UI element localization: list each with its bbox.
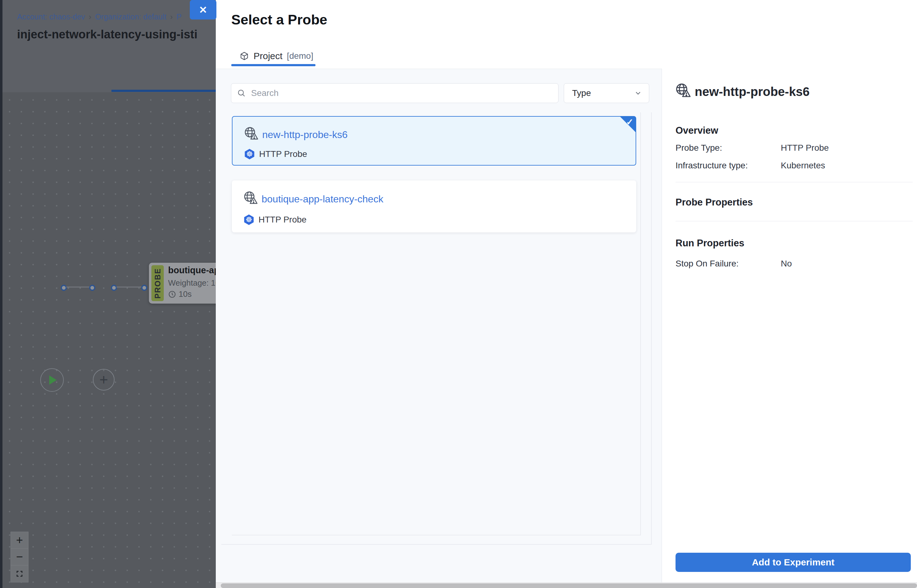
- stop-on-failure-value: No: [781, 259, 792, 269]
- probe-node-name: boutique-ap: [168, 265, 216, 275]
- select-probe-modal: ✕ Select a Probe Project [demo] Type: [216, 0, 917, 588]
- fit-to-screen-button[interactable]: [11, 565, 28, 582]
- breadcrumb-separator-icon: ›: [167, 12, 176, 21]
- background-app: Account: chaos-dev›Organization: default…: [0, 0, 216, 588]
- infrastructure-type-value: Kubernetes: [781, 161, 825, 171]
- experiment-tabbar: Overview › Experiment Builder: [0, 58, 216, 93]
- infrastructure-type-label: Infrastructure type:: [676, 161, 748, 171]
- breadcrumb-project-truncated[interactable]: P: [176, 12, 182, 21]
- zoom-out-button[interactable]: −: [11, 549, 28, 565]
- kubernetes-icon: ☸: [244, 215, 254, 225]
- horizontal-scrollbar: [216, 582, 917, 588]
- breadcrumb-account[interactable]: Account: chaos-dev: [17, 12, 85, 21]
- select-probe-screen: Account: chaos-dev›Organization: default…: [0, 0, 917, 588]
- probe-name-link[interactable]: boutique-app-latency-check: [262, 194, 383, 205]
- nav-edge-strip: [0, 0, 2, 588]
- probe-node-card[interactable]: PROBE boutique-ap Weightage: 10 10s: [149, 263, 216, 304]
- play-icon: [49, 375, 57, 384]
- connector-dot: [111, 285, 117, 291]
- add-step-button[interactable]: +: [93, 369, 115, 391]
- tab-project-scope[interactable]: Project [demo]: [231, 47, 321, 66]
- breadcrumb-separator-icon: ›: [85, 12, 95, 21]
- probe-type-label: HTTP Probe: [259, 149, 307, 159]
- add-to-experiment-button[interactable]: Add to Experiment: [676, 553, 911, 572]
- close-button[interactable]: ✕: [190, 0, 217, 19]
- chevron-down-icon: [634, 89, 642, 97]
- search-box: [231, 83, 558, 103]
- modal-title: Select a Probe: [231, 12, 327, 28]
- probe-type-row: ☸ HTTP Probe: [244, 215, 306, 225]
- run-properties-heading: Run Properties: [676, 237, 744, 249]
- project-tab-scope: [demo]: [287, 51, 313, 61]
- probe-list-pane: Type ✓ new-http-probe-ks6 ☸ HTTP: [216, 69, 661, 582]
- active-tab-underline: [112, 90, 216, 92]
- probe-node-duration: 10s: [168, 289, 192, 299]
- horizontal-scrollbar-thumb[interactable]: [221, 583, 917, 588]
- probe-name-link[interactable]: new-http-probe-ks6: [262, 129, 348, 141]
- pipeline-canvas[interactable]: + PROBE boutique-ap Weightage: 10 10s +: [0, 92, 216, 588]
- stop-on-failure-label: Stop On Failure:: [676, 259, 739, 269]
- probe-type-row: ☸ HTTP Probe: [244, 149, 307, 159]
- http-probe-icon: [243, 190, 258, 205]
- project-tab-underline: [231, 64, 315, 66]
- fullscreen-icon: [16, 570, 23, 577]
- probe-card[interactable]: boutique-app-latency-check ☸ HTTP Probe: [232, 181, 636, 233]
- breadcrumb-organization[interactable]: Organization: default: [95, 12, 167, 21]
- probe-type-label: Probe Type:: [676, 143, 722, 153]
- search-icon: [237, 89, 246, 98]
- list-bottom-edge: [232, 535, 641, 535]
- search-input[interactable]: [251, 88, 530, 99]
- http-probe-icon: [675, 82, 691, 99]
- divider: [676, 221, 913, 221]
- http-probe-icon: [244, 126, 259, 141]
- details-probe-name: new-http-probe-ks6: [695, 85, 810, 99]
- connector-line: [116, 287, 143, 288]
- probe-node-weightage: Weightage: 10: [168, 278, 216, 288]
- app-header: Account: chaos-dev›Organization: default…: [0, 0, 216, 58]
- probe-node-tag: PROBE: [151, 265, 164, 301]
- list-footer-edge: [222, 544, 652, 545]
- connector-dot: [89, 285, 95, 291]
- cube-icon: [239, 51, 249, 61]
- probe-card-selected[interactable]: ✓ new-http-probe-ks6 ☸ HTTP Probe: [232, 116, 636, 166]
- probe-type-value: HTTP Probe: [781, 143, 829, 153]
- probe-type-label: HTTP Probe: [259, 215, 306, 225]
- clock-icon: [168, 290, 176, 298]
- type-filter-dropdown[interactable]: Type: [564, 83, 649, 103]
- list-scrollbar-track[interactable]: [640, 112, 641, 535]
- kubernetes-icon: ☸: [244, 149, 255, 159]
- connector-dot: [61, 285, 67, 291]
- canvas-zoom-controls: + −: [11, 531, 29, 582]
- check-icon: ✓: [626, 117, 633, 127]
- connector-line: [66, 287, 92, 288]
- list-pane-edge: [651, 112, 652, 545]
- type-filter-label: Type: [572, 88, 591, 98]
- breadcrumb: Account: chaos-dev›Organization: default…: [17, 12, 212, 21]
- overview-heading: Overview: [676, 125, 718, 136]
- experiment-title: inject-network-latency-using-isti: [17, 28, 215, 41]
- probe-properties-heading: Probe Properties: [676, 197, 753, 208]
- project-tab-label: Project: [254, 51, 282, 61]
- pipeline-start-node[interactable]: [40, 368, 64, 392]
- zoom-in-button[interactable]: +: [11, 532, 28, 549]
- probe-details-pane: new-http-probe-ks6 Overview Probe Type: …: [661, 69, 917, 582]
- connector-dot: [141, 285, 147, 291]
